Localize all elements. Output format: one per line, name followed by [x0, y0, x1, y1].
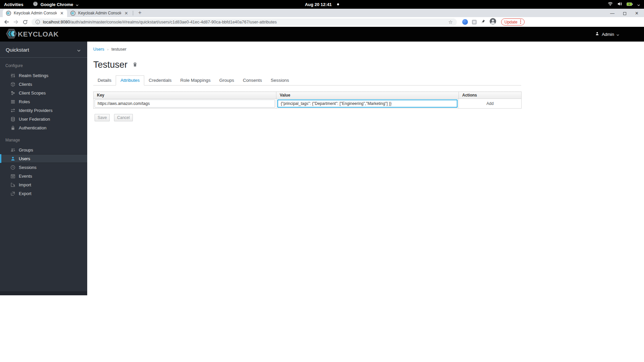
window-controls: — ✕ — [610, 12, 644, 17]
sidebar-item-roles[interactable]: Roles — [0, 97, 87, 106]
url-bar[interactable]: i localhost:8080/auth/admin/master/conso… — [32, 18, 457, 26]
bookmark-star-icon[interactable]: ☆ — [448, 19, 453, 25]
cubes-icon — [10, 90, 16, 96]
admin-label: Admin — [602, 32, 614, 37]
sidebar-item-label: Groups — [19, 147, 33, 153]
sidebar-item-label: Clients — [19, 82, 32, 87]
chrome-update-button[interactable]: Update — [501, 18, 525, 25]
person-icon — [595, 32, 599, 37]
chevron-down-icon — [77, 47, 80, 53]
sidebar-item-sessions[interactable]: Sessions — [0, 163, 87, 172]
reload-button[interactable] — [21, 18, 30, 26]
volume-icon — [617, 1, 622, 7]
tab-groups[interactable]: Groups — [215, 75, 238, 85]
browser-tab-2[interactable]: Keycloak Admin Console ✕ — [67, 9, 131, 17]
sidebar-item-label: Realm Settings — [19, 73, 48, 78]
admin-user-menu[interactable]: Admin — [595, 32, 619, 37]
page-info-icon[interactable]: i — [36, 20, 40, 24]
new-tab-button[interactable]: + — [136, 9, 144, 16]
tab-close-icon[interactable]: ✕ — [124, 11, 129, 15]
sliders-icon — [10, 73, 16, 78]
attribute-key-input[interactable] — [95, 100, 275, 108]
keycloak-favicon — [70, 11, 75, 16]
keycloak-logo[interactable]: KEYCLOAK — [5, 28, 59, 40]
keycloak-favicon — [6, 11, 11, 16]
sidebar-footer — [0, 291, 87, 295]
clock-menu[interactable]: Aug 20 12:41 — [305, 2, 339, 7]
browser-toolbar: i localhost:8080/auth/admin/master/conso… — [0, 17, 644, 27]
close-button[interactable]: ✕ — [635, 12, 639, 15]
profile-avatar[interactable] — [489, 18, 496, 26]
sidebar-item-events[interactable]: Events — [0, 172, 87, 180]
import-icon — [10, 182, 16, 187]
sidebar-item-identity-providers[interactable]: Identity Providers — [0, 106, 87, 115]
realm-selector[interactable]: Quickstart — [0, 42, 87, 57]
keycloak-header: KEYCLOAK Admin — [0, 27, 644, 42]
sidebar-item-label: Identity Providers — [19, 108, 52, 113]
sidebar-item-groups[interactable]: Groups — [0, 145, 87, 154]
maximize-button[interactable] — [623, 12, 626, 15]
save-button[interactable]: Save — [95, 114, 110, 121]
browser-tab-1[interactable]: Keycloak Admin Console ✕ — [3, 9, 67, 17]
extensions-area — [462, 18, 496, 26]
sidebar-item-users[interactable]: Users — [0, 154, 87, 163]
tab-role-mappings[interactable]: Role Mappings — [176, 75, 215, 85]
app-menu[interactable]: Google Chrome — [33, 1, 79, 7]
wifi-icon — [608, 1, 613, 7]
tab-attributes[interactable]: Attributes — [116, 75, 144, 85]
user-tabs: Details Attributes Credentials Role Mapp… — [93, 75, 521, 85]
sidebar-item-authentication[interactable]: Authentication — [0, 123, 87, 132]
lock-icon — [10, 125, 16, 130]
sidebar-item-clients[interactable]: Clients — [0, 80, 87, 88]
page-title: Testuser — [93, 60, 127, 70]
breadcrumb: Users › testuser — [93, 47, 644, 52]
attribute-value-input[interactable] — [277, 100, 458, 108]
delete-user-button[interactable] — [132, 62, 138, 68]
extension-icon-blue[interactable] — [462, 19, 468, 25]
tab-details[interactable]: Details — [93, 75, 116, 85]
notification-dot — [337, 3, 339, 5]
url-path: /auth/admin/master/console/#/realms/quic… — [70, 20, 277, 24]
extension-icon-gray[interactable] — [472, 20, 477, 24]
kebab-menu-icon[interactable] — [520, 19, 521, 25]
sidebar-item-label: Export — [19, 191, 32, 196]
column-header-value: Value — [276, 92, 459, 99]
export-icon — [10, 191, 16, 196]
add-attribute-button[interactable]: Add — [486, 101, 493, 106]
user-icon — [10, 156, 16, 161]
clock-label: Aug 20 12:41 — [305, 2, 332, 7]
forward-button[interactable] — [11, 18, 20, 26]
column-header-actions: Actions — [459, 92, 522, 99]
sidebar-item-label: Users — [19, 156, 30, 161]
tab-credentials[interactable]: Credentials — [144, 75, 176, 85]
sidebar-item-label: Client Scopes — [19, 90, 46, 96]
sidebar-item-client-scopes[interactable]: Client Scopes — [0, 88, 87, 97]
sidebar-item-export[interactable]: Export — [0, 189, 87, 198]
sidebar-item-realm-settings[interactable]: Realm Settings — [0, 71, 87, 80]
minimize-button[interactable]: — — [610, 12, 614, 14]
tab-sessions[interactable]: Sessions — [266, 75, 293, 85]
column-header-key: Key — [94, 92, 276, 99]
extension-icon-dark[interactable] — [481, 19, 485, 25]
sidebar-item-label: Import — [19, 182, 31, 187]
chevron-down-icon — [637, 2, 640, 7]
tab-consents[interactable]: Consents — [238, 75, 266, 85]
sidebar-item-user-federation[interactable]: User Federation — [0, 115, 87, 123]
chrome-app-icon — [33, 1, 38, 7]
cancel-button[interactable]: Cancel — [114, 114, 132, 121]
sidebar-item-import[interactable]: Import — [0, 180, 87, 189]
tab-title: Keycloak Admin Console — [78, 11, 121, 15]
breadcrumb-users-link[interactable]: Users — [93, 47, 104, 52]
sidebar-item-label: Authentication — [19, 125, 46, 130]
trash-icon — [132, 62, 138, 68]
update-label: Update — [504, 20, 518, 24]
breadcrumb-separator: › — [107, 47, 109, 51]
cube-icon — [10, 82, 16, 87]
sidebar-item-label: Events — [19, 174, 32, 179]
activities-button[interactable]: Activities — [4, 2, 23, 7]
main-content: Users › testuser Testuser Details Attrib… — [87, 42, 644, 362]
table-header-row: Key Value Actions — [94, 92, 522, 99]
back-button[interactable] — [2, 18, 11, 26]
system-tray[interactable] — [608, 1, 644, 7]
tab-close-icon[interactable]: ✕ — [59, 11, 64, 15]
